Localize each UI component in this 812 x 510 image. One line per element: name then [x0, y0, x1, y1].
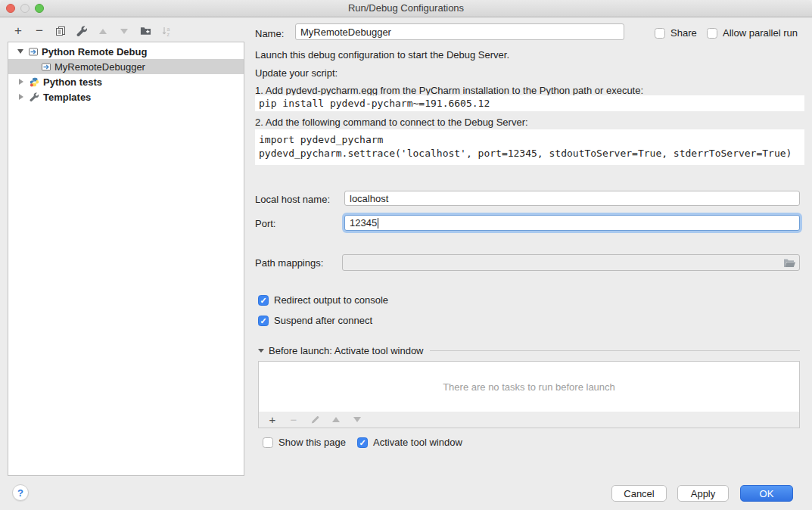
- code-settrace-line: pydevd_pycharm.settrace('localhost', por…: [259, 148, 792, 159]
- tree-item-myremotedebugger[interactable]: MyRemoteDebugger: [8, 59, 244, 74]
- collapse-icon[interactable]: [17, 49, 23, 54]
- instruction-intro: Launch this debug configuration to start…: [255, 49, 509, 61]
- tree-item-label: Python Remote Debug: [42, 46, 147, 58]
- path-mappings-input[interactable]: [342, 254, 800, 271]
- svg-text:z: z: [167, 32, 170, 37]
- activate-tool-window-checkbox[interactable]: [357, 437, 368, 448]
- name-input[interactable]: MyRemoteDebugger: [295, 23, 624, 40]
- configurations-tree: Python Remote Debug MyRemoteDebugger Pyt…: [8, 42, 244, 476]
- port-input[interactable]: 12345: [344, 215, 800, 231]
- show-this-page-checkbox[interactable]: [263, 437, 273, 448]
- tree-item-python-tests[interactable]: Python tests: [8, 74, 244, 89]
- create-folder-button[interactable]: [139, 25, 151, 37]
- name-value: MyRemoteDebugger: [300, 26, 391, 38]
- activate-tool-window-label: Activate tool window: [373, 437, 462, 448]
- move-up-button: [97, 25, 109, 37]
- redirect-output-checkbox[interactable]: [258, 295, 269, 306]
- share-label: Share: [670, 27, 697, 39]
- pip-install-code: pip install pydevd-pycharm~=191.6605.12: [255, 95, 804, 111]
- configurations-toolbar: + − a z: [12, 23, 173, 39]
- remove-configuration-button[interactable]: −: [33, 25, 45, 37]
- port-label: Port:: [255, 218, 275, 229]
- share-checkbox[interactable]: [655, 28, 665, 39]
- suspend-after-connect-row[interactable]: Suspend after connect: [258, 315, 372, 326]
- collapse-icon[interactable]: [258, 349, 264, 353]
- allow-parallel-checkbox[interactable]: [707, 28, 717, 39]
- code-import-line: import pydevd_pycharm: [259, 134, 383, 145]
- suspend-label: Suspend after connect: [274, 315, 372, 326]
- copy-configuration-button[interactable]: [54, 25, 67, 37]
- pencil-icon: [310, 415, 320, 424]
- path-mappings-label: Path mappings:: [255, 257, 323, 269]
- move-task-down-button: [351, 414, 363, 426]
- move-task-up-button: [330, 414, 342, 426]
- expand-icon[interactable]: [19, 94, 23, 100]
- help-button[interactable]: ?: [12, 484, 29, 501]
- instruction-update: Update your script:: [255, 67, 338, 79]
- show-this-page-row[interactable]: Show this page: [263, 437, 346, 448]
- redirect-output-row[interactable]: Redirect output to console: [258, 294, 388, 306]
- empty-tasks-message: There are no tasks to run before launch: [443, 381, 615, 393]
- tree-item-python-remote-debug[interactable]: Python Remote Debug: [8, 44, 244, 59]
- local-host-value: localhost: [350, 193, 388, 204]
- apply-button[interactable]: Apply: [677, 485, 729, 502]
- port-value: 12345: [350, 217, 377, 229]
- show-this-page-label: Show this page: [278, 437, 346, 448]
- tree-item-label: MyRemoteDebugger: [54, 61, 145, 73]
- before-launch-title: Before launch: Activate tool window: [269, 345, 424, 356]
- allow-parallel-label: Allow parallel run: [723, 27, 798, 39]
- remote-debug-icon: [27, 47, 39, 57]
- settrace-code: import pydevd_pycharm pydevd_pycharm.set…: [255, 129, 804, 165]
- arrow-down-icon: [120, 29, 128, 34]
- help-question-icon: ?: [17, 487, 23, 499]
- arrow-up-icon: [99, 29, 107, 34]
- python-icon: [29, 77, 40, 87]
- instruction-step1: 1. Add pydevd-pycharm.egg from the PyCha…: [255, 85, 643, 96]
- before-launch-header[interactable]: Before launch: Activate tool window: [258, 345, 800, 356]
- remove-task-button: −: [288, 414, 300, 426]
- tree-item-templates[interactable]: Templates: [8, 89, 244, 104]
- suspend-checkbox[interactable]: [258, 316, 269, 326]
- new-folder-icon: [140, 26, 151, 36]
- section-divider: [430, 350, 800, 351]
- tree-item-label: Python tests: [43, 76, 102, 88]
- share-checkbox-row[interactable]: Share: [655, 27, 697, 39]
- local-host-input[interactable]: localhost: [344, 191, 800, 206]
- copy-icon: [55, 26, 66, 36]
- name-label: Name:: [255, 28, 284, 39]
- move-down-button: [118, 25, 130, 37]
- expand-icon[interactable]: [19, 79, 23, 85]
- window-title: Run/Debug Configurations: [0, 0, 812, 17]
- arrow-up-icon: [332, 417, 340, 422]
- remote-debug-icon: [40, 62, 51, 72]
- wrench-icon: [76, 26, 88, 37]
- text-caret: [378, 218, 378, 229]
- instruction-step2: 2. Add the following command to connect …: [255, 117, 528, 128]
- activate-tool-window-row[interactable]: Activate tool window: [357, 437, 462, 448]
- edit-task-button: [309, 414, 321, 426]
- local-host-label: Local host name:: [255, 194, 330, 205]
- redirect-output-label: Redirect output to console: [274, 294, 388, 306]
- cancel-button[interactable]: Cancel: [611, 485, 667, 502]
- svg-text:a: a: [167, 26, 170, 32]
- edit-defaults-button[interactable]: [76, 25, 88, 37]
- tasks-toolbar: + −: [258, 412, 800, 428]
- sort-az-icon: a z: [161, 26, 172, 36]
- before-launch-task-list[interactable]: There are no tasks to run before launch: [258, 361, 800, 412]
- sort-configurations-button: a z: [160, 25, 173, 37]
- allow-parallel-checkbox-row[interactable]: Allow parallel run: [707, 27, 798, 39]
- wrench-icon: [29, 92, 40, 102]
- ok-button[interactable]: OK: [740, 485, 793, 502]
- tree-item-label: Templates: [43, 92, 91, 103]
- arrow-down-icon: [353, 417, 361, 422]
- add-task-button[interactable]: +: [266, 414, 278, 426]
- add-configuration-button[interactable]: +: [12, 25, 24, 37]
- title-bar: Run/Debug Configurations: [0, 0, 812, 17]
- browse-folder-icon[interactable]: [783, 258, 795, 270]
